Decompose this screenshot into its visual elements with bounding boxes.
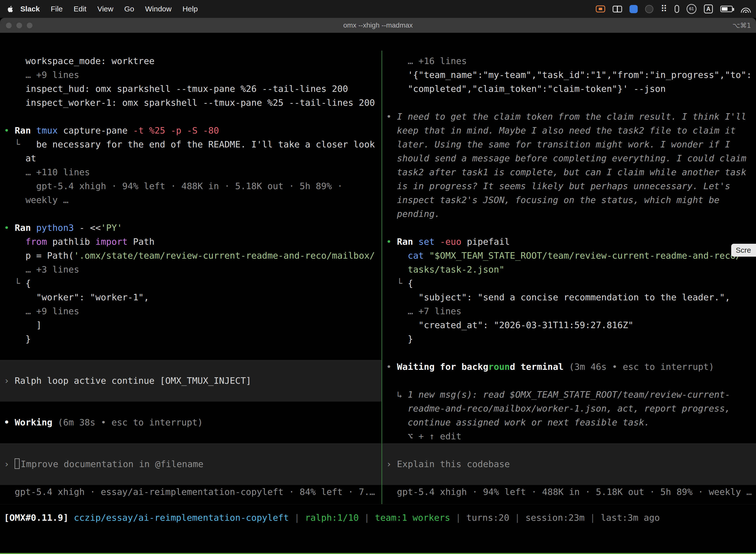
zoom-button[interactable] [27,22,33,28]
right-agent-pane[interactable]: … +16 lines '{"team_name":"my-team","tas… [382,51,756,504]
omx-status-line: [OMX#0.11.9] cczip/essay/ai-reimplementa… [0,504,756,525]
window-titlebar[interactable]: omx --xhigh --madmax ⌥⌘1 [0,18,756,33]
terminal-line: from pathlib import Path [4,235,381,249]
dark-app-icon[interactable] [645,5,653,13]
terminal-line: … +9 lines [4,304,381,318]
apple-menu-icon[interactable] [4,5,17,13]
terminal-line: } [386,332,756,346]
terminal-line: … +9 lines [4,68,381,82]
menu-status-icons: ⠿61A [588,4,752,14]
terminal-line: tasks/task-2.json" [386,263,756,277]
terminal-line [382,443,756,457]
terminal-line: p = Path('.omx/state/team/review-current… [4,249,381,263]
terminal-line: is in progress? It seems likely but perh… [386,179,756,193]
menu-item-file[interactable]: File [45,5,68,13]
terminal-line: inspect task2's JSON, focusing on the st… [386,193,756,207]
menu-extra-pill-icon[interactable] [675,5,679,13]
composer-input-right[interactable]: › Explain this codebase [382,457,756,471]
model-status-left: gpt-5.4 xhigh · essay/ai-reimplementatio… [4,485,381,499]
menu-item-view[interactable]: View [92,5,119,13]
screen-share-overlay: Scre [731,244,756,257]
input-source-icon[interactable]: A [704,4,713,13]
terminal-line [0,471,381,485]
menu-bar: Slack FileEditViewGoWindowHelp ⠿61A [0,0,756,18]
terminal-line [4,207,381,221]
menu-item-window[interactable]: Window [140,5,177,13]
terminal-line: └ { [4,277,381,290]
terminal-line [4,110,381,124]
terminal-line [386,346,756,360]
terminal-line: … +7 lines [386,304,756,318]
terminal-line: "subject": "send a concise recommendatio… [386,290,756,304]
terminal-line: gpt-5.4 xhigh · 94% left · 488K in · 5.1… [4,179,381,193]
battery-icon[interactable] [720,6,733,12]
terminal-line: └ be necessary for the end of the README… [4,137,381,151]
app-menu-slack[interactable]: Slack [17,5,45,13]
minimize-button[interactable] [16,22,22,28]
waiting-status: • Waiting for background terminal (3m 46… [386,360,756,374]
menu-item-edit[interactable]: Edit [68,5,92,13]
reasoning-text: • I need to get the claim token from the… [386,110,756,124]
terminal-line: … +16 lines [386,54,756,68]
terminal-line: keep that in mind. Maybe I also need the… [386,124,756,137]
terminal-line: at [4,151,381,165]
ran-python-command: • Ran python3 - <<'PY' [4,221,381,235]
terminal-window: omx --xhigh --madmax ⌥⌘1 workspace_mode:… [0,18,756,554]
terminal-line [386,374,756,388]
terminal-line: ↳ 1 new msg(s): read $OMX_TEAM_STATE_ROO… [386,388,756,402]
terminal-line: … +3 lines [4,263,381,277]
terminal-line: ⌥ + ↑ edit [386,429,756,443]
terminal-line: later. Using the same for transition mig… [386,137,756,151]
terminal-line: cat "$OMX_TEAM_STATE_ROOT/team/review-cu… [386,249,756,263]
terminal-line [4,402,381,416]
tmux-status-bar: [omx-cczip0:bash* "MacBook-Pro-44.local"… [0,553,756,554]
tmux-host-time: "MacBook-Pro-44.local" 05:03 31-Mar-26 [560,553,753,554]
composer-input-left[interactable]: › Improve documentation in @filename [0,457,381,471]
menu-item-go[interactable]: Go [119,5,140,13]
terminal-line: } [4,332,381,346]
menu-bar-left: Slack FileEditViewGoWindowHelp [4,5,203,13]
terminal-line: "completed","claim_token":"claim-token"}… [386,82,756,96]
terminal-line [4,346,381,360]
ralph-loop-notice: › Ralph loop active continue [OMX_TMUX_I… [0,374,381,388]
terminal-line [382,471,756,485]
window-shortcut-hint: ⌥⌘1 [733,21,756,29]
terminal-line: "created_at": "2026-03-31T11:59:27.816Z" [386,318,756,332]
ran-tmux-capture-command: • Ran tmux capture-pane -t %25 -p -S -80 [4,124,381,137]
working-status: • Working (6m 38s • esc to interrupt) [4,416,381,429]
left-agent-pane[interactable]: workspace_mode: worktree … +9 lines insp… [0,51,381,504]
terminal-line: inspect_hud: omx sparkshell --tmux-pane … [4,82,381,96]
terminal-line [386,221,756,235]
menu-item-help[interactable]: Help [177,5,203,13]
terminal-line: "worker": "worker-1", [4,290,381,304]
terminal-line: weekly … [4,193,381,207]
terminal-line: … +110 lines [4,165,381,179]
battery-gauge-icon[interactable]: 61 [687,4,696,14]
terminal-line: ] [4,318,381,332]
terminal-line: workspace_mode: worktree [4,54,381,68]
terminal-line: should send a message before completing … [386,151,756,165]
window-title: omx --xhigh --madmax [0,21,756,29]
tmux-panes: workspace_mode: worktree … +9 lines insp… [0,51,756,504]
window-manager-icon[interactable] [613,6,622,12]
terminal-line [4,429,381,443]
terminal-line: readme-and-reco/mailbox/worker-1.json, a… [386,402,756,416]
app-launcher-dots-icon[interactable]: ⠿ [661,5,667,13]
blue-app-icon[interactable] [630,5,638,13]
ran-set-command: • Ran set -euo pipefail [386,235,756,249]
close-button[interactable] [6,22,12,28]
menu-items: FileEditViewGoWindowHelp [45,5,203,13]
terminal-line: inspect_worker-1: omx sparkshell --tmux-… [4,96,381,110]
terminal-line: pending. [386,207,756,221]
terminal-line: task2 after task1 is complete, but can I… [386,165,756,179]
window-controls [0,22,33,28]
terminal-line [386,96,756,110]
wifi-icon[interactable] [740,5,752,13]
terminal-line: '{"team_name":"my-team","task_id":"1","f… [386,68,756,82]
screen-recording-indicator-icon[interactable] [596,5,605,12]
terminal-line [0,388,381,402]
terminal-line [0,360,381,374]
terminal-line: └ { [386,277,756,290]
tmux-session-window: [omx-cczip0:bash* [3,553,90,554]
terminal-line [0,443,381,457]
